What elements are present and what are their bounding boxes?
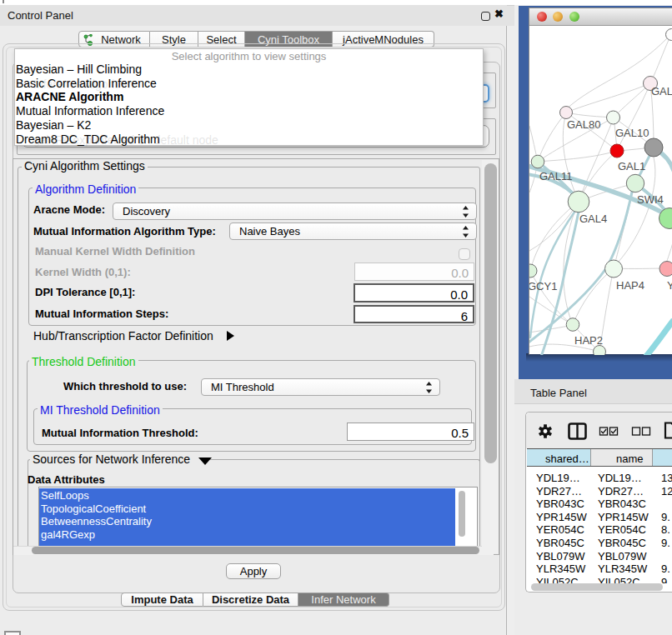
svg-text:GAL10: GAL10: [615, 127, 649, 139]
svg-text:GAL: GAL: [651, 85, 672, 98]
svg-text:GAL1: GAL1: [618, 160, 645, 172]
svg-text:GAL11: GAL11: [539, 170, 573, 182]
svg-text:SWI4: SWI4: [637, 193, 664, 206]
svg-text:HAP2: HAP2: [574, 334, 603, 347]
svg-text:HAP4: HAP4: [616, 279, 644, 292]
svg-text:GAL4: GAL4: [579, 212, 607, 225]
svg-text:GAL80: GAL80: [567, 118, 600, 131]
svg-text:GCY1: GCY1: [529, 280, 557, 292]
svg-text:Y: Y: [667, 279, 672, 292]
